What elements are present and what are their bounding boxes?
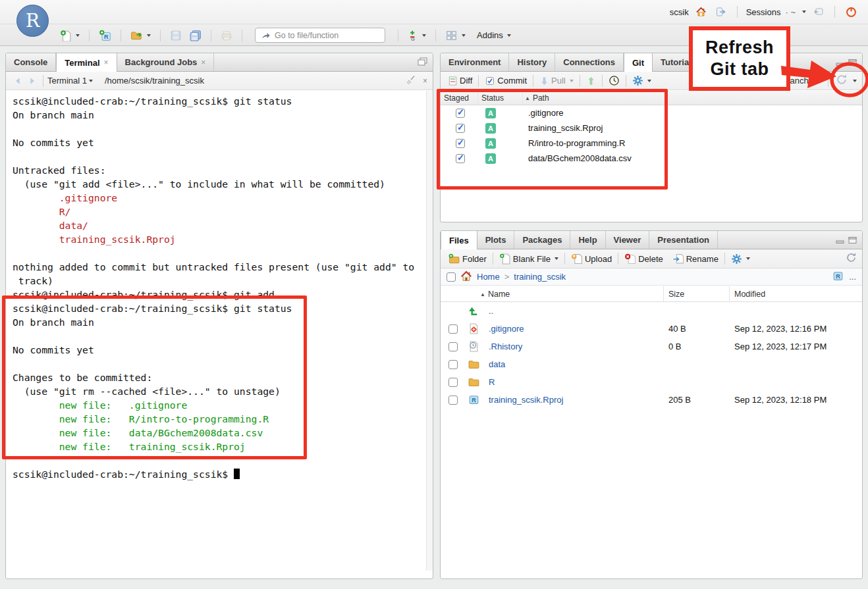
file-row[interactable]: .gitignore40 BSep 12, 2023, 12:16 PM (441, 320, 862, 338)
file-checkbox[interactable] (448, 396, 458, 405)
commit-button[interactable]: Commit (483, 74, 529, 88)
new-project-button[interactable]: R (97, 28, 113, 43)
tab-viewer[interactable]: Viewer (606, 231, 650, 249)
breadcrumb-current-link[interactable]: training_scsik (514, 272, 566, 282)
home-icon[interactable] (693, 5, 709, 18)
breadcrumb-more-button[interactable]: ... (849, 272, 856, 282)
session-window-icon[interactable] (811, 5, 826, 18)
tab-help[interactable]: Help (570, 231, 605, 249)
terminal-back-icon[interactable] (11, 75, 25, 87)
rproj-indicator-icon[interactable]: R (832, 270, 844, 284)
close-terminal-icon[interactable]: × (423, 76, 427, 86)
diff-button[interactable]: Diff (446, 74, 474, 88)
file-row[interactable]: .. (441, 302, 862, 320)
file-checkbox[interactable] (448, 360, 458, 369)
rename-button[interactable]: Rename (670, 252, 720, 266)
tab-history[interactable]: History (509, 53, 555, 71)
rproj-file-icon: R (468, 394, 479, 405)
terminal-scrollbar[interactable] (426, 91, 433, 571)
select-all-checkbox[interactable] (447, 272, 456, 282)
file-checkbox[interactable] (448, 342, 458, 351)
file-name-link[interactable]: data (489, 359, 505, 369)
rename-label: Rename (686, 254, 719, 264)
push-button[interactable] (584, 74, 598, 88)
clear-terminal-broom-icon[interactable] (406, 75, 416, 87)
file-name-link[interactable]: .. (489, 306, 493, 316)
files-settings-gear-icon[interactable] (729, 252, 752, 266)
sessions-label[interactable]: Sessions (746, 7, 781, 17)
new-folder-button[interactable]: Folder (446, 252, 489, 266)
sign-out-icon[interactable] (713, 5, 728, 18)
tab-files[interactable]: Files (441, 231, 477, 249)
maximize-pane-icon[interactable] (848, 234, 857, 246)
size-column-header[interactable]: Size (668, 286, 684, 302)
terminal-toolbar: Terminal 1 /home/scsik/training_scsik × (6, 72, 433, 90)
save-all-button[interactable] (187, 28, 203, 43)
tab-console[interactable]: Console (6, 53, 56, 71)
terminal-line (13, 246, 426, 260)
upload-button[interactable]: Upload (569, 252, 614, 266)
files-breadcrumb: Home > training_scsik R ... (441, 269, 862, 286)
menu-bar: scsik Sessions · ~ (0, 0, 868, 24)
pull-button[interactable]: Pull (537, 74, 576, 88)
file-row[interactable]: Rtraining_scsik.Rproj205 BSep 12, 2023, … (441, 391, 862, 409)
quit-power-icon[interactable] (844, 5, 859, 19)
terminal-line: Untracked files: (13, 163, 426, 177)
history-clock-icon[interactable] (607, 74, 622, 88)
refresh-files-icon[interactable] (846, 252, 857, 265)
tab-environment[interactable]: Environment (441, 53, 509, 71)
file-name-link[interactable]: R (489, 377, 495, 387)
file-checkbox[interactable] (448, 324, 458, 334)
panes-layout-button[interactable] (443, 28, 468, 43)
open-file-button[interactable] (128, 28, 153, 43)
file-name-link[interactable]: .gitignore (489, 324, 524, 334)
file-row[interactable]: .Rhistory0 BSep 12, 2023, 12:17 PM (441, 338, 862, 355)
modified-column-header[interactable]: Modified (734, 286, 765, 302)
blank-file-button[interactable]: Blank File (497, 252, 560, 266)
addins-menu[interactable]: Addins (475, 29, 513, 41)
tab-presentation[interactable]: Presentation (649, 231, 718, 249)
tab-close-icon[interactable]: × (104, 58, 109, 67)
terminal-selector-caret[interactable] (89, 80, 93, 82)
file-size: 40 B (668, 324, 686, 334)
terminal-line: No commits yet (13, 136, 426, 149)
file-name-link[interactable]: training_scsik.Rproj (489, 395, 563, 405)
tab-close-icon[interactable]: × (201, 58, 205, 67)
terminal-cursor (234, 469, 240, 479)
svg-text:R: R (104, 34, 109, 40)
git-settings-gear-icon[interactable] (630, 74, 653, 88)
save-button[interactable] (168, 28, 184, 43)
callout-line-2: Git tab (711, 59, 769, 80)
file-row[interactable]: data (441, 355, 862, 373)
tab-git[interactable]: Git (624, 53, 653, 72)
delete-button[interactable]: Delete (622, 252, 665, 266)
tab-terminal[interactable]: Terminal× (56, 53, 117, 72)
tab-packages[interactable]: Packages (514, 231, 570, 249)
file-checkbox[interactable] (448, 378, 458, 387)
addins-label: Addins (477, 30, 503, 40)
popout-window-icon[interactable] (418, 57, 427, 68)
goto-file-search[interactable]: Go to file/function (255, 28, 385, 43)
goto-placeholder: Go to file/function (275, 31, 339, 40)
tab-plots[interactable]: Plots (477, 231, 515, 249)
terminal-line: R/ (13, 205, 426, 218)
breadcrumb-home-link[interactable]: Home (477, 272, 500, 282)
home-folder-icon[interactable] (460, 270, 472, 284)
pull-label: Pull (551, 76, 566, 86)
files-toolbar: Folder Blank File Upload Delete Rename (441, 249, 862, 269)
sessions-dropdown-caret[interactable] (802, 11, 806, 13)
svg-text:R: R (472, 397, 476, 403)
file-row[interactable]: R (441, 373, 862, 391)
minimize-pane-icon[interactable] (836, 234, 844, 246)
terminal-selector[interactable]: Terminal 1 (47, 76, 87, 86)
version-control-button[interactable]: G (406, 28, 428, 43)
new-file-button[interactable] (58, 28, 82, 43)
print-button[interactable] (219, 28, 234, 43)
tab-connections[interactable]: Connections (555, 53, 624, 71)
commit-label: Commit (497, 76, 527, 86)
goto-arrow-icon (261, 31, 271, 40)
name-column-header[interactable]: ▲Name (480, 286, 510, 302)
terminal-forward-icon[interactable] (25, 75, 39, 87)
file-name-link[interactable]: .Rhistory (489, 342, 522, 351)
tab-background-jobs[interactable]: Background Jobs× (117, 53, 215, 71)
